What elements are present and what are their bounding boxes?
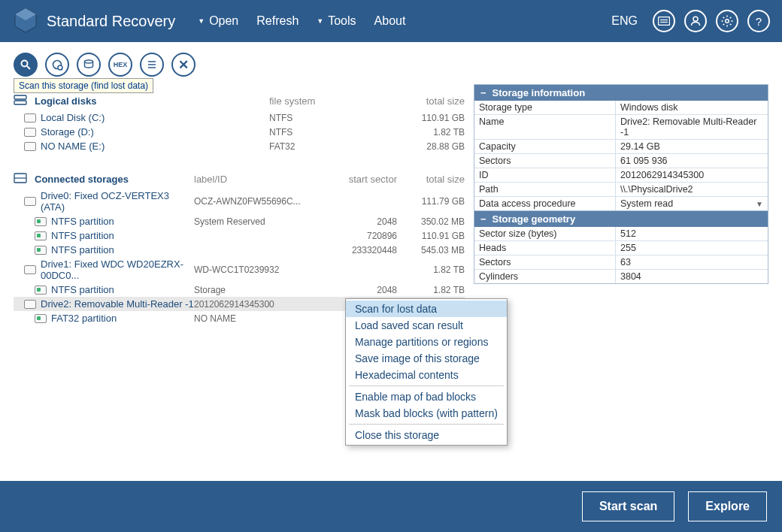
hex-button[interactable]: HEX (108, 53, 132, 77)
info-panel-header[interactable]: −Storage information (474, 85, 768, 101)
ctx-item[interactable]: Close this storage (346, 427, 507, 443)
property-key: Path (474, 183, 616, 196)
info-panel: −Storage information Storage typeWindows… (474, 84, 768, 211)
logical-disk-row[interactable]: NO NAME (E:)FAT3228.88 GB (14, 139, 465, 153)
partition-icon (35, 231, 47, 240)
property-value: Windows disk (616, 101, 768, 114)
svg-point-15 (22, 61, 28, 67)
col-label: label/ID (194, 174, 322, 185)
storage-row[interactable]: Drive0: Fixed OCZ-VERTEX3 (ATA)OCZ-AWNZ0… (14, 189, 465, 214)
disk-fs: NTFS (269, 113, 397, 123)
geom-panel: −Storage geometry Sector size (bytes)512… (474, 211, 768, 284)
row-label: NO NAME (194, 313, 322, 324)
svg-line-14 (730, 17, 731, 18)
ctx-item[interactable]: Mask bad blocks (with pattern) (346, 405, 507, 422)
ctx-item[interactable]: Enable map of bad blocks (346, 388, 507, 405)
explore-button[interactable]: Explore (688, 491, 767, 521)
ctx-separator (349, 385, 504, 386)
row-size: 1.82 TB (397, 264, 465, 275)
disk-name: Local Disk (C:) (41, 112, 269, 123)
property-value: 512 (616, 227, 768, 240)
ctx-item[interactable]: Hexadecimal contents (346, 367, 507, 383)
geom-panel-title: Storage geometry (493, 213, 576, 225)
property-row: Capacity29.14 GB (474, 139, 768, 153)
ctx-item[interactable]: Load saved scan result (346, 317, 507, 334)
property-key: Cylinders (474, 270, 616, 283)
partition-icon (35, 314, 47, 323)
menu-open[interactable]: ▼Open (198, 14, 238, 28)
col-size: total size (397, 95, 465, 107)
row-label: System Reserved (194, 216, 322, 227)
col-start: start sector (322, 174, 397, 185)
logical-disks-header: Logical disks file system total size (14, 90, 465, 110)
partition-row[interactable]: NTFS partition720896110.91 GB (14, 228, 465, 243)
menu-tools[interactable]: ▼Tools (317, 14, 356, 28)
property-value: \\.\PhysicalDrive2 (616, 183, 768, 196)
property-value: 63 (616, 255, 768, 269)
main: Logical disks file system total size Loc… (0, 81, 782, 325)
help-icon[interactable]: ? (747, 10, 770, 32)
row-label: OCZ-AWNZ0FW55696C... (194, 196, 322, 207)
geom-panel-header[interactable]: −Storage geometry (474, 211, 768, 227)
property-row: Sectors63 (474, 255, 768, 269)
row-start: 233320448 (322, 245, 397, 255)
user-icon[interactable] (684, 10, 707, 32)
dropdown-icon[interactable]: ▼ (756, 200, 763, 208)
menu-refresh[interactable]: Refresh (256, 14, 299, 28)
image-button[interactable] (77, 53, 101, 77)
ctx-item[interactable]: Save image of this storage (346, 350, 507, 367)
menu-about-label: About (374, 14, 406, 28)
gear-icon[interactable] (716, 10, 738, 32)
row-name: Drive0: Fixed OCZ-VERTEX3 (ATA) (41, 190, 194, 213)
row-label: 2012062914345300 (194, 299, 322, 310)
property-value: 29.14 GB (616, 140, 768, 153)
property-row: ID2012062914345300 (474, 168, 768, 182)
logical-disk-row[interactable]: Storage (D:)NTFS1.82 TB (14, 125, 465, 139)
partition-row[interactable]: NTFS partitionSystem Reserved2048350.02 … (14, 214, 465, 228)
logical-title: Logical disks (35, 95, 269, 107)
menu-bar: ▼Open Refresh ▼Tools About (198, 14, 405, 28)
caret-down-icon: ▼ (198, 17, 205, 25)
col-size: total size (397, 174, 465, 185)
storage-group-icon (14, 173, 27, 186)
ctx-item[interactable]: Scan for lost data (346, 301, 507, 317)
property-key: ID (474, 168, 616, 182)
start-scan-button[interactable]: Start scan (582, 491, 674, 521)
property-key: Data access procedure (474, 197, 616, 210)
list-button[interactable] (140, 53, 164, 77)
storage-row[interactable]: Drive1: Fixed WDC WD20EZRX-00DC0...WD-WC… (14, 257, 465, 283)
resume-scan-button[interactable] (45, 53, 69, 77)
disk-icon (24, 113, 36, 122)
row-label: Storage (194, 285, 322, 295)
row-size: 111.79 GB (397, 196, 465, 207)
property-row[interactable]: Data access procedureSystem read▼ (474, 196, 768, 210)
menu-about[interactable]: About (374, 14, 406, 28)
logical-disk-row[interactable]: Local Disk (C:)NTFS110.91 GB (14, 110, 465, 125)
menu-open-label: Open (209, 14, 238, 28)
row-name: Drive1: Fixed WDC WD20EZRX-00DC0... (41, 258, 194, 281)
menu-refresh-label: Refresh (256, 14, 299, 28)
ctx-item[interactable]: Manage partitions or regions (346, 334, 507, 350)
info-panel-title: Storage information (493, 87, 586, 98)
card-icon[interactable] (653, 10, 675, 32)
close-button[interactable]: ✕ (171, 53, 196, 77)
row-start: 2048 (322, 285, 397, 295)
svg-rect-25 (14, 101, 26, 104)
property-value: Drive2: Removable Multi-Reader -1 (616, 115, 768, 139)
row-size: 545.03 MB (397, 245, 465, 255)
language-selector[interactable]: ENG (611, 14, 638, 28)
scan-button[interactable] (14, 53, 38, 77)
row-label: WD-WCC1T0239932 (194, 264, 322, 275)
partition-icon (35, 217, 47, 226)
left-pane: Logical disks file system total size Loc… (14, 84, 465, 325)
logical-rows: Local Disk (C:)NTFS110.91 GBStorage (D:)… (14, 110, 465, 153)
property-value: 2012062914345300 (616, 168, 768, 182)
col-fs: file system (269, 95, 397, 107)
partition-row[interactable]: NTFS partitionStorage20481.82 TB (14, 283, 465, 297)
tooltip: Scan this storage (find lost data) (14, 78, 153, 93)
partition-row[interactable]: NTFS partition233320448545.03 MB (14, 243, 465, 257)
logo-area: Standard Recovery (12, 7, 175, 36)
disk-name: NO NAME (E:) (41, 141, 269, 152)
property-key: Name (474, 115, 616, 139)
property-key: Capacity (474, 140, 616, 153)
